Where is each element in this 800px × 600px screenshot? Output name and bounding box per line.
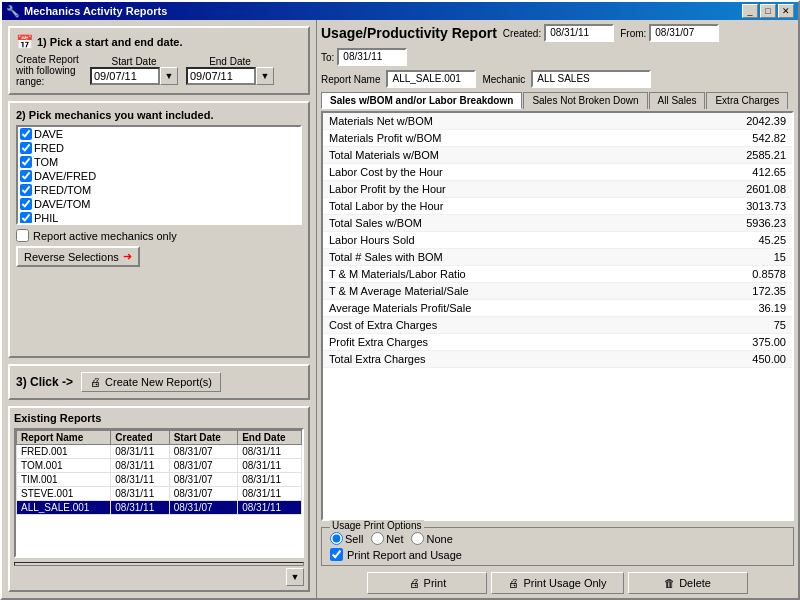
mechanic-item[interactable]: DAVE	[18, 127, 300, 141]
mechanic-label: DAVE/TOM	[34, 198, 90, 210]
report-tab[interactable]: Sales Not Broken Down	[523, 92, 647, 109]
table-row: Labor Cost by the Hour412.65	[323, 164, 792, 181]
radio-input[interactable]	[411, 532, 424, 545]
row-label: Materials Net w/BOM	[323, 113, 674, 130]
reports-column-header: Report Name	[17, 431, 111, 445]
report-cell: ALL_SALE.001	[17, 501, 111, 515]
mechanic-checkbox[interactable]	[20, 142, 32, 154]
mechanic-checkbox[interactable]	[20, 156, 32, 168]
reverse-label: Reverse Selections	[24, 251, 119, 263]
table-row: Total # Sales with BOM15	[323, 249, 792, 266]
right-panel: Usage/Productivity Report Created: 08/31…	[317, 20, 798, 598]
scroll-down-button[interactable]: ▼	[286, 568, 304, 586]
step3-row: 3) Click -> 🖨 Create New Report(s)	[16, 372, 302, 392]
start-date-cal-button[interactable]: ▼	[160, 67, 178, 85]
report-tab[interactable]: All Sales	[649, 92, 706, 109]
mechanic-label: PHIL	[34, 212, 58, 224]
print-report-label: Print Report and Usage	[347, 549, 462, 561]
row-value: 15	[674, 249, 792, 266]
data-table-body: Materials Net w/BOM2042.39Materials Prof…	[323, 113, 792, 368]
radio-option[interactable]: None	[411, 532, 452, 545]
report-cell: 08/31/11	[111, 459, 169, 473]
mechanics-list[interactable]: DAVEFREDTOMDAVE/FREDFRED/TOMDAVE/TOMPHIL…	[16, 125, 302, 225]
print-usage-label: Print Usage Only	[523, 577, 606, 589]
minimize-button[interactable]: _	[742, 4, 758, 18]
create-report-button[interactable]: 🖨 Create New Report(s)	[81, 372, 221, 392]
print-usage-only-button[interactable]: 🖨 Print Usage Only	[491, 572, 623, 594]
print-label: Print	[424, 577, 447, 589]
radio-input[interactable]	[371, 532, 384, 545]
reverse-selections-button[interactable]: Reverse Selections ➜	[16, 246, 140, 267]
mechanic-label: TOM	[34, 156, 58, 168]
step2-title: 2) Pick mechanics you want included.	[16, 109, 302, 121]
print-report-checkbox[interactable]	[330, 548, 343, 561]
row-label: Average Materials Profit/Sale	[323, 300, 674, 317]
row-value: 2585.21	[674, 147, 792, 164]
radio-row: SellNetNone	[330, 532, 785, 545]
report-cell: 08/31/07	[169, 487, 238, 501]
report-row[interactable]: TIM.00108/31/1108/31/0708/31/11	[17, 473, 302, 487]
step3-box: 3) Click -> 🖨 Create New Report(s)	[8, 364, 310, 400]
usage-options-box: Usage Print Options SellNetNone Print Re…	[321, 527, 794, 566]
reports-column-header: Created	[111, 431, 169, 445]
start-date-input[interactable]	[90, 67, 160, 85]
mechanic-item[interactable]: DAVE/FRED	[18, 169, 300, 183]
report-cell: 08/31/11	[111, 445, 169, 459]
mechanic-checkbox[interactable]	[20, 128, 32, 140]
end-date-group: ▼	[186, 67, 274, 85]
data-table-container: Materials Net w/BOM2042.39Materials Prof…	[321, 111, 794, 521]
report-tab[interactable]: Sales w/BOM and/or Labor Breakdown	[321, 92, 522, 109]
title-bar-text: 🔧 Mechanics Activity Reports	[6, 5, 167, 18]
report-row[interactable]: FRED.00108/31/1108/31/0708/31/11	[17, 445, 302, 459]
row-value: 45.25	[674, 232, 792, 249]
radio-option[interactable]: Net	[371, 532, 403, 545]
maximize-button[interactable]: □	[760, 4, 776, 18]
end-date-label: End Date	[209, 56, 251, 67]
delete-button[interactable]: 🗑 Delete	[628, 572, 748, 594]
reports-table-container[interactable]: Report NameCreatedStart DateEnd Date FRE…	[14, 428, 304, 558]
row-label: Total # Sales with BOM	[323, 249, 674, 266]
mechanic-item[interactable]: DAVE/TOM	[18, 197, 300, 211]
report-tab[interactable]: Extra Charges	[706, 92, 788, 109]
print-button[interactable]: 🖨 Print	[367, 572, 487, 594]
create-report-label: Create Report with following range:	[16, 54, 86, 87]
mechanic-checkbox[interactable]	[20, 212, 32, 224]
table-row: Labor Hours Sold45.25	[323, 232, 792, 249]
close-button[interactable]: ✕	[778, 4, 794, 18]
report-row[interactable]: ALL_SALE.00108/31/1108/31/0708/31/11	[17, 501, 302, 515]
row-label: T & M Materials/Labor Ratio	[323, 266, 674, 283]
row-value: 0.8578	[674, 266, 792, 283]
report-cell: 08/31/11	[111, 501, 169, 515]
report-row[interactable]: STEVE.00108/31/1108/31/0708/31/11	[17, 487, 302, 501]
radio-input[interactable]	[330, 532, 343, 545]
active-mechanics-checkbox[interactable]	[16, 229, 29, 242]
from-label: From:	[620, 28, 646, 39]
main-content: 📅 1) Pick a start and end date. Create R…	[2, 20, 798, 598]
radio-label: Net	[386, 533, 403, 545]
mechanic-item[interactable]: TOM	[18, 155, 300, 169]
report-row[interactable]: TOM.00108/31/1108/31/0708/31/11	[17, 459, 302, 473]
radio-option[interactable]: Sell	[330, 532, 363, 545]
report-cell: STEVE.001	[17, 487, 111, 501]
mechanic-checkbox[interactable]	[20, 170, 32, 182]
start-date-label: Start Date	[111, 56, 156, 67]
print-report-row: Print Report and Usage	[330, 548, 785, 561]
row-label: Materials Profit w/BOM	[323, 130, 674, 147]
active-mechanics-label: Report active mechanics only	[33, 230, 177, 242]
mechanic-checkbox[interactable]	[20, 198, 32, 210]
delete-label: Delete	[679, 577, 711, 589]
row-label: T & M Average Material/Sale	[323, 283, 674, 300]
mechanic-checkbox[interactable]	[20, 184, 32, 196]
end-date-input[interactable]	[186, 67, 256, 85]
table-row: Materials Net w/BOM2042.39	[323, 113, 792, 130]
mechanic-item[interactable]: PHIL	[18, 211, 300, 225]
report-cell: 08/31/11	[238, 487, 302, 501]
end-date-cal-button[interactable]: ▼	[256, 67, 274, 85]
mechanic-item[interactable]: FRED/TOM	[18, 183, 300, 197]
step1-title: 📅 1) Pick a start and end date.	[16, 34, 302, 50]
created-value: 08/31/11	[544, 24, 614, 42]
report-cell: 08/31/11	[238, 501, 302, 515]
tabs-bar: Sales w/BOM and/or Labor BreakdownSales …	[321, 92, 794, 109]
mechanic-item[interactable]: FRED	[18, 141, 300, 155]
row-label: Total Materials w/BOM	[323, 147, 674, 164]
